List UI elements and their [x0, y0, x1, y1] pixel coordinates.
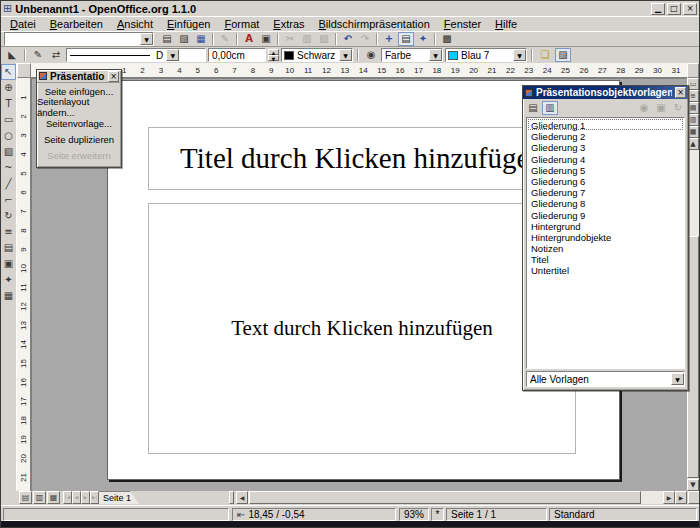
new-style-from-selection-icon[interactable]: ▣ [653, 101, 669, 115]
arrange-icon[interactable]: ▤ [1, 240, 16, 256]
separator[interactable] [236, 33, 238, 45]
ellipse-icon[interactable]: ○ [1, 128, 16, 144]
menu-ansicht[interactable]: Ansicht [110, 18, 160, 30]
edit-file-icon[interactable]: ✎ [217, 32, 233, 46]
3d-objects-icon[interactable]: ▧ [1, 144, 16, 160]
zoom-icon[interactable]: + [381, 32, 397, 46]
chevron-down-icon[interactable]: ▼ [166, 49, 179, 61]
line-width-stepper[interactable]: ▲ ▼ [268, 49, 279, 61]
save-icon[interactable]: ▦ [193, 32, 209, 46]
spin-down-icon[interactable]: ▼ [268, 55, 279, 61]
stylist-title-bar[interactable]: Präsentationsobjektvorlagen × [523, 86, 688, 99]
text-icon[interactable]: T [1, 96, 16, 112]
style-list-item[interactable]: Gliederung 8 [528, 197, 683, 208]
menu-hilfe[interactable]: Hilfe [488, 18, 524, 30]
style-list-item[interactable]: Gliederung 2 [528, 130, 683, 141]
stylist-icon[interactable]: ▤ [398, 32, 414, 46]
style-list-item[interactable]: Gliederung 9 [528, 209, 683, 220]
lines-arrows-icon[interactable]: ╱ [1, 176, 16, 192]
rectangle-icon[interactable]: ▭ [1, 112, 16, 128]
horizontal-scroll-thumb[interactable] [249, 491, 641, 504]
scroll-left-icon[interactable]: ◀ [236, 491, 248, 504]
horizontal-scrollbar[interactable]: ◀ ▶ ▶ [236, 491, 687, 504]
palette-title-bar[interactable]: Präsentation × [37, 70, 121, 83]
separator[interactable] [376, 33, 378, 45]
style-filter-combobox[interactable]: Alle Vorlagen ▼ [526, 371, 685, 387]
previous-page-icon[interactable]: ◀ [72, 491, 81, 504]
interaction-icon[interactable]: ▦ [1, 288, 16, 304]
menu-fenster[interactable]: Fenster [437, 18, 488, 30]
master-mode-icon[interactable]: ▥ [33, 491, 46, 504]
line-width-value[interactable]: 0,00cm [209, 50, 265, 61]
curve-icon[interactable]: ~ [1, 160, 16, 176]
connector-icon[interactable]: ⌐ [1, 192, 16, 208]
style-list-item[interactable]: Hintergrund [528, 220, 683, 231]
shadow-icon[interactable]: ❏ [537, 48, 553, 62]
scroll-down-icon[interactable]: ▼ [687, 479, 699, 491]
fill-type-combobox[interactable]: Farbe ▼ [381, 48, 443, 62]
modify-page-layout-item[interactable]: Seitenlayout ändern... [37, 99, 121, 115]
layer-mode-icon[interactable]: ▦ [47, 491, 60, 504]
chevron-down-icon[interactable]: ▼ [140, 33, 153, 45]
chevron-down-icon[interactable]: ▼ [513, 49, 526, 61]
scroll-right-edge-icon[interactable]: ▶ [675, 491, 687, 504]
restore-icon[interactable]: □ [667, 3, 681, 15]
menu-datei[interactable]: Datei [3, 18, 43, 30]
fill-color-combobox[interactable]: Blau 7 ▼ [445, 48, 527, 62]
close-icon[interactable]: × [683, 3, 697, 15]
load-url-combobox[interactable]: ▼ [4, 32, 154, 46]
line-icon[interactable]: ✎ [30, 48, 46, 62]
page-style-field[interactable]: Standard [549, 508, 697, 521]
expand-page-item[interactable]: Seite erweitern [37, 147, 121, 163]
minimize-icon[interactable]: ▁ [651, 3, 665, 15]
style-list-item[interactable]: Gliederung 3 [528, 141, 683, 152]
style-list-item[interactable]: Notizen [528, 242, 683, 253]
vertical-ruler[interactable]: 123456789101112131415161718192021 [17, 78, 31, 491]
separator[interactable] [434, 33, 436, 45]
new-document-icon[interactable]: ▤ [159, 32, 175, 46]
chevron-down-icon[interactable]: ▼ [429, 49, 442, 61]
rotation-mode-icon[interactable]: ▨ [555, 48, 571, 62]
next-page-icon[interactable]: ▶ [81, 491, 90, 504]
presentation-styles-icon[interactable]: ▥ [542, 101, 558, 115]
last-page-icon[interactable]: ▶| [90, 491, 99, 504]
line-width-field[interactable]: 0,00cm [208, 48, 266, 62]
horizontal-ruler[interactable]: 1234567891011121314151617181920212223242… [31, 63, 687, 78]
export-pdf-icon[interactable]: A [241, 32, 257, 46]
style-list-item[interactable]: Gliederung 1 [528, 119, 683, 130]
paste-icon[interactable]: ▧ [316, 32, 332, 46]
style-list-item[interactable]: Gliederung 4 [528, 153, 683, 164]
title-placeholder[interactable]: Titel durch Klicken hinzufügen [148, 127, 576, 190]
style-list-item[interactable]: Untertitel [528, 264, 683, 275]
chevron-down-icon[interactable]: ▼ [339, 49, 352, 61]
update-style-icon[interactable]: ↻ [670, 101, 686, 115]
close-icon[interactable]: × [108, 71, 119, 82]
undo-icon[interactable]: ↶ [340, 32, 356, 46]
menu-bildschirmpraesentation[interactable]: Bildschirmpräsentation [312, 18, 437, 30]
copy-icon[interactable]: ▥ [299, 32, 315, 46]
style-list-item[interactable]: Gliederung 7 [528, 186, 683, 197]
style-list-item[interactable]: Titel [528, 253, 683, 264]
gallery-icon[interactable]: ▩ [439, 32, 455, 46]
menu-einfuegen[interactable]: Einfügen [160, 18, 217, 30]
print-icon[interactable]: ▣ [258, 32, 274, 46]
redo-icon[interactable]: ↷ [357, 32, 373, 46]
insert-icon[interactable]: ▣ [1, 256, 16, 272]
style-list-item[interactable]: Gliederung 5 [528, 164, 683, 175]
effects-icon[interactable]: ✦ [1, 272, 16, 288]
zoom-icon[interactable]: ⊕ [1, 80, 16, 96]
navigator-icon[interactable]: ✦ [415, 32, 431, 46]
menu-bearbeiten[interactable]: Bearbeiten [43, 18, 110, 30]
line-style-combobox[interactable]: D ▼ [66, 48, 206, 62]
first-page-icon[interactable]: |◀ [63, 491, 72, 504]
arrow-style-icon[interactable]: ⇄ [48, 48, 64, 62]
pane-splitter[interactable] [229, 491, 234, 504]
menu-extras[interactable]: Extras [266, 18, 311, 30]
separator[interactable] [212, 33, 214, 45]
style-list-item[interactable]: Hintergrundobjekte [528, 231, 683, 242]
fill-format-mode-icon[interactable]: ◉ [636, 101, 652, 115]
open-icon[interactable]: ▨ [176, 32, 192, 46]
resize-corner[interactable] [688, 491, 700, 504]
style-list-item[interactable]: Gliederung 6 [528, 175, 683, 186]
chevron-down-icon[interactable]: ▼ [671, 373, 684, 385]
